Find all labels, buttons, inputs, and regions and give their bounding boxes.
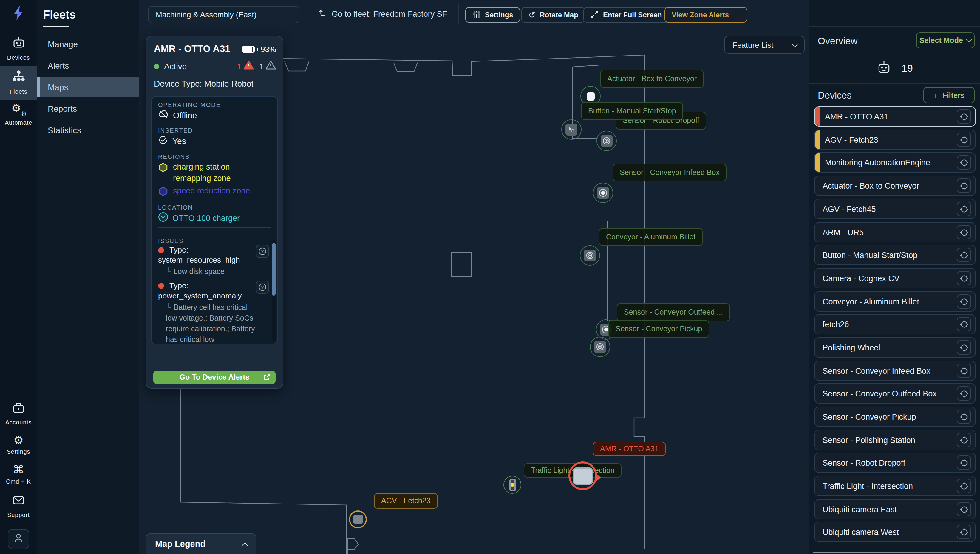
device-row[interactable]: Monitoring AutomationEngine <box>814 152 976 172</box>
device-row[interactable]: AGV - Fetch45 <box>814 199 976 219</box>
rotate-map-button[interactable]: ↺ Rotate Map <box>521 7 585 23</box>
sidebar-item-reports[interactable]: Reports <box>37 99 139 119</box>
brand-lightning-icon <box>11 5 25 23</box>
issue-2-help-button[interactable]: ? <box>256 281 269 294</box>
device-row[interactable]: AGV - Fetch23 <box>814 129 976 150</box>
device-row[interactable]: Polishing Wheel <box>814 337 976 358</box>
locate-button[interactable] <box>957 271 971 285</box>
map-label-amr[interactable]: AMR - OTTO A31 <box>593 442 666 456</box>
filters-button[interactable]: + Filters <box>923 87 975 103</box>
locate-button[interactable] <box>957 340 971 354</box>
rail-item-automate[interactable]: ⚙⚙ Automate <box>0 100 37 131</box>
map-label-agv[interactable]: AGV - Fetch23 <box>374 493 438 509</box>
rail-label: Accounts <box>5 419 32 426</box>
device-row[interactable]: ARM - UR5 <box>814 222 976 243</box>
locate-button[interactable] <box>957 155 971 169</box>
feature-list-dropdown[interactable]: Feature List <box>724 36 805 54</box>
map-marker-agv[interactable] <box>349 511 367 528</box>
locate-button[interactable] <box>957 294 971 309</box>
rail-item-accounts[interactable]: Accounts <box>0 397 37 430</box>
locate-button[interactable] <box>957 364 971 378</box>
plus-icon: + <box>933 91 938 100</box>
map-label-button[interactable]: Button - Manual Start/Stop <box>581 102 683 120</box>
panel-divider <box>810 26 980 27</box>
svg-text:!: ! <box>248 63 250 69</box>
device-row[interactable]: Ubiquiti camera East <box>814 499 976 519</box>
horizontal-scrollbar-thumb[interactable] <box>813 552 977 553</box>
locate-button[interactable] <box>957 479 971 493</box>
device-row-name: AGV - Fetch23 <box>819 135 957 144</box>
locate-button[interactable] <box>957 455 971 470</box>
chevron-up-icon <box>242 542 248 548</box>
locate-button[interactable] <box>957 525 971 539</box>
rail-item-fleets[interactable]: Fleets <box>0 65 37 100</box>
locate-button[interactable] <box>957 202 971 216</box>
map-marker-camera-cognex[interactable]: C <box>561 120 582 140</box>
fullscreen-label: Enter Full Screen <box>603 11 662 19</box>
map-marker-sensor-infeed[interactable] <box>593 183 613 203</box>
region-link-charging[interactable]: charging station remapping zone <box>173 161 269 184</box>
fullscreen-button[interactable]: Enter Full Screen <box>583 7 669 23</box>
device-row[interactable]: fetch26 <box>814 314 976 334</box>
map-label-conveyor-outfeed[interactable]: Sensor - Conveyor Outfeed ... <box>617 303 730 321</box>
map-legend-toggle[interactable]: Map Legend <box>146 533 256 554</box>
map-label-conveyor[interactable]: Conveyor - Aluminum Billet <box>599 228 703 246</box>
select-mode-button[interactable]: Select Mode <box>916 32 975 48</box>
device-row[interactable]: Sensor - Conveyor Pickup <box>814 407 976 427</box>
map-label-actuator[interactable]: Actuator - Box to Conveyor <box>600 70 704 88</box>
map-settings-button[interactable]: Settings <box>465 7 520 23</box>
battery-percent: 93% <box>261 45 276 53</box>
map-marker-sensor-conveyor[interactable] <box>580 245 600 266</box>
locate-button[interactable] <box>957 109 971 124</box>
locate-button[interactable] <box>957 502 971 516</box>
tree-branch-glyph: └ <box>166 303 171 311</box>
issues-scrollbar-thumb[interactable] <box>272 243 275 295</box>
map-marker-traffic-light[interactable] <box>503 476 521 494</box>
fleet-map[interactable]: Machining & Assembly (East) Go to fleet:… <box>139 0 809 554</box>
sidebar-item-statistics[interactable]: Statistics <box>37 120 139 140</box>
device-row-name: Monitoring AutomationEngine <box>819 158 957 167</box>
view-zone-alerts-button[interactable]: View Zone Alerts → <box>665 7 748 23</box>
locate-button[interactable] <box>957 225 971 239</box>
locate-button[interactable] <box>957 433 971 447</box>
rail-item-cmdk[interactable]: ⌘ Cmd + K <box>0 460 37 490</box>
device-row[interactable]: AMR - OTTO A31 <box>814 106 976 126</box>
region-link-speed[interactable]: speed reduction zone <box>173 185 250 200</box>
device-row[interactable]: Traffic Light - Intersection <box>814 476 976 496</box>
map-marker-sensor-robot-dropoff[interactable] <box>597 131 617 151</box>
device-row[interactable]: Sensor - Conveyor Infeed Box <box>814 361 976 381</box>
locate-button[interactable] <box>957 386 971 401</box>
user-avatar-button[interactable] <box>8 529 29 549</box>
sidebar-item-maps[interactable]: Maps <box>37 77 139 97</box>
person-icon <box>13 533 24 546</box>
device-row[interactable]: Button - Manual Start/Stop <box>814 245 976 265</box>
device-row[interactable]: Conveyor - Aluminum Billet <box>814 291 976 311</box>
device-row[interactable]: Sensor - Robot Dropoff <box>814 452 976 473</box>
map-marker-amr[interactable] <box>568 461 597 490</box>
sidebar-item-alerts[interactable]: Alerts <box>37 56 139 76</box>
locate-button[interactable] <box>957 133 971 147</box>
locate-button[interactable] <box>957 179 971 193</box>
error-count: 1 <box>237 62 241 71</box>
rail-item-devices[interactable]: Devices <box>0 32 37 65</box>
map-label-conveyor-pickup[interactable]: Sensor - Conveyor Pickup <box>608 320 709 338</box>
sidebar-item-manage[interactable]: Manage <box>37 34 139 54</box>
device-row[interactable]: Sensor - Conveyor Outfeed Box <box>814 383 976 404</box>
rail-item-support[interactable]: Support <box>0 490 37 523</box>
locate-button[interactable] <box>957 248 971 262</box>
device-row[interactable]: Actuator - Box to Conveyor <box>814 176 976 196</box>
location-link[interactable]: OTTO 100 charger <box>172 214 240 222</box>
device-row[interactable]: Sensor - Polishing Station <box>814 430 976 450</box>
rail-item-settings[interactable]: ⚙ Settings <box>0 430 37 460</box>
locate-button[interactable] <box>957 317 971 331</box>
go-to-fleet-link[interactable]: Go to fleet: Freedom Factory SF <box>318 8 447 19</box>
device-row[interactable]: Ubiquiti camera West <box>814 522 976 542</box>
locate-button[interactable] <box>957 410 971 424</box>
fleet-select[interactable]: Machining & Assembly (East) <box>148 6 299 23</box>
map-marker-sensor-pickup[interactable] <box>590 337 610 357</box>
device-row[interactable]: Camera - Cognex CV <box>814 268 976 288</box>
issue-1-help-button[interactable]: ? <box>256 245 269 258</box>
device-row-name: ARM - UR5 <box>815 228 957 237</box>
map-label-conveyor-infeed[interactable]: Sensor - Conveyor Infeed Box <box>612 164 727 182</box>
go-to-device-alerts-button[interactable]: Go To Device Alerts <box>153 371 275 384</box>
